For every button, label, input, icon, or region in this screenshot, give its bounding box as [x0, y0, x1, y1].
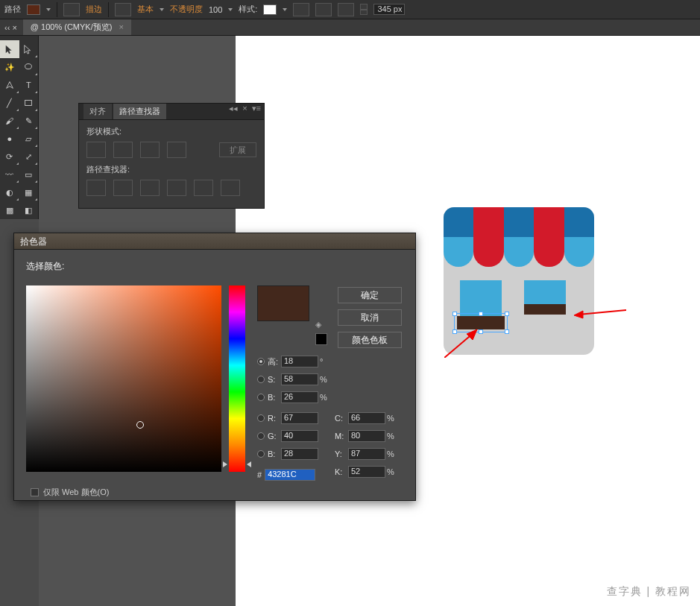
tab-close-icon[interactable]: ×: [119, 22, 123, 31]
s-radio[interactable]: [257, 376, 265, 383]
blob-brush-tool[interactable]: ●: [0, 130, 19, 148]
minus-front-button[interactable]: [113, 142, 133, 158]
g-input[interactable]: 40: [281, 430, 318, 442]
width-tool[interactable]: 〰: [0, 165, 19, 183]
k-input[interactable]: 52: [348, 466, 385, 478]
ok-button[interactable]: 确定: [338, 287, 402, 303]
b2-label: B:: [268, 449, 281, 458]
pencil-tool[interactable]: ✎: [19, 112, 39, 130]
selection-handle[interactable]: [453, 312, 457, 316]
document-tab-bar: ‹‹ × @ 100% (CMYK/预览) ×: [0, 19, 700, 36]
annotation-arrow-icon: [444, 328, 482, 358]
hue-slider[interactable]: [229, 285, 245, 472]
c-label: C:: [335, 414, 348, 423]
trim-button[interactable]: [113, 180, 133, 196]
magic-wand-tool[interactable]: ✨: [0, 58, 19, 76]
m-input[interactable]: 80: [348, 430, 385, 442]
opacity-value[interactable]: 100: [209, 5, 222, 14]
link-dim-icon[interactable]: [338, 3, 354, 16]
cube-icon[interactable]: ◈: [315, 320, 326, 330]
merge-button[interactable]: [140, 180, 160, 196]
selection-handle[interactable]: [505, 312, 509, 316]
lasso-tool[interactable]: [19, 58, 39, 76]
panel-tab-bar: 对齐 路径查找器 ◂◂×▾≡: [79, 104, 264, 120]
rectangle-tool[interactable]: [19, 94, 39, 112]
select-color-label: 选择颜色:: [26, 260, 403, 273]
width-stepper[interactable]: [360, 4, 368, 15]
selection-handle[interactable]: [505, 329, 509, 334]
minus-back-button[interactable]: [221, 180, 240, 196]
mesh-tool[interactable]: ▩: [0, 201, 19, 219]
r-radio[interactable]: [257, 414, 265, 422]
intersect-button[interactable]: [140, 142, 160, 158]
h-input[interactable]: 18: [281, 356, 318, 367]
separator: [57, 2, 57, 17]
expand-button[interactable]: 扩展: [219, 142, 256, 157]
width-field[interactable]: 345 px: [373, 4, 405, 15]
outline-button[interactable]: [194, 180, 213, 196]
line-tool[interactable]: ╱: [0, 94, 19, 112]
shape-builder-tool[interactable]: ◐: [0, 183, 19, 201]
h-label: 高:: [268, 356, 281, 367]
tab-pathfinder[interactable]: 路径查找器: [113, 104, 166, 119]
scale-tool[interactable]: ⤢: [19, 148, 39, 165]
tab-align[interactable]: 对齐: [83, 104, 112, 119]
cancel-button[interactable]: 取消: [338, 309, 402, 326]
perspective-tool[interactable]: ▦: [19, 183, 39, 201]
panel-collapse-icon[interactable]: ◂◂: [229, 104, 238, 113]
hex-input[interactable]: 43281C: [265, 469, 315, 481]
g-radio[interactable]: [257, 432, 265, 440]
fill-swatch[interactable]: [27, 4, 40, 15]
b2-radio[interactable]: [257, 450, 265, 458]
style-swatch[interactable]: [263, 4, 277, 15]
b-label: B:: [268, 393, 281, 402]
style-label: 样式:: [239, 4, 257, 15]
eraser-tool[interactable]: ▱: [19, 130, 39, 148]
pen-tool[interactable]: [0, 76, 19, 94]
web-only-label: 仅限 Web 颜色(O): [43, 487, 109, 498]
b-input[interactable]: 26: [281, 391, 318, 403]
window-sill[interactable]: [524, 304, 566, 315]
y-input[interactable]: 87: [348, 448, 385, 460]
panel-menu-icon[interactable]: ▾≡: [252, 104, 261, 113]
b2-input[interactable]: 28: [281, 448, 318, 460]
unite-button[interactable]: [86, 142, 106, 158]
c-input[interactable]: 66: [348, 412, 385, 424]
web-only-checkbox[interactable]: 仅限 Web 颜色(O): [31, 487, 109, 498]
b-radio[interactable]: [257, 394, 265, 401]
color-swatches-button[interactable]: 颜色色板: [338, 332, 402, 348]
type-tool[interactable]: T: [19, 76, 39, 94]
out-of-gamut-icon[interactable]: [315, 333, 327, 345]
rotate-tool[interactable]: ⟳: [0, 148, 19, 165]
brush-icon[interactable]: [115, 3, 131, 16]
selection-handle[interactable]: [479, 312, 483, 316]
panel-close-icon[interactable]: ×: [242, 104, 247, 113]
tab-arrows[interactable]: ‹‹ ×: [4, 23, 17, 32]
hue-pointer-left-icon: [223, 461, 227, 467]
align-icon[interactable]: [293, 3, 309, 16]
exclude-button[interactable]: [167, 142, 186, 158]
gradient-tool[interactable]: ◧: [19, 201, 39, 219]
paintbrush-tool[interactable]: 🖌: [0, 112, 19, 130]
selection-tool[interactable]: [0, 40, 19, 58]
crop-button[interactable]: [167, 180, 186, 196]
document-tab[interactable]: @ 100% (CMYK/预览) ×: [23, 19, 131, 35]
stroke-icon[interactable]: [63, 3, 80, 16]
hex-label: #: [257, 470, 262, 479]
checkbox-icon: [31, 488, 39, 496]
hue-radio[interactable]: [257, 358, 265, 365]
style-dropdown-icon[interactable]: [283, 8, 287, 11]
direct-selection-tool[interactable]: [19, 40, 39, 58]
r-input[interactable]: 67: [281, 412, 318, 424]
saturation-value-area[interactable]: [26, 285, 221, 472]
annotation-arrow-icon: [574, 304, 626, 319]
divide-button[interactable]: [86, 180, 106, 196]
stroke-label: 描边: [86, 4, 102, 15]
basic-dropdown-icon[interactable]: [160, 8, 164, 11]
fill-dropdown-icon[interactable]: [46, 8, 51, 11]
s-input[interactable]: 58: [281, 373, 318, 385]
free-transform-tool[interactable]: ▭: [19, 165, 39, 183]
opacity-label: 不透明度: [170, 4, 203, 15]
opacity-dropdown-icon[interactable]: [228, 8, 233, 11]
transform-icon[interactable]: [315, 3, 332, 16]
